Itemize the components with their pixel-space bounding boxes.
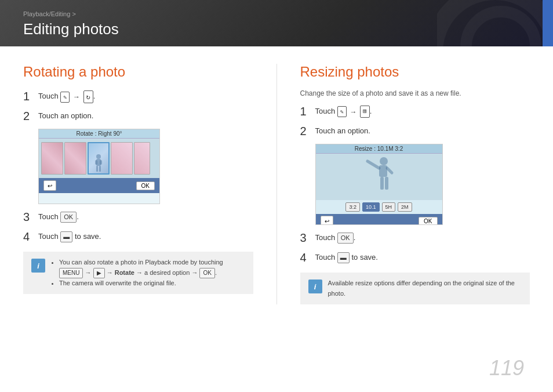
ok-inline-btn: OK: [60, 212, 77, 223]
step-4-text: Touch ▬ to save.: [38, 230, 101, 242]
thumb-4: [134, 142, 150, 175]
svg-rect-3: [100, 160, 102, 165]
thumb-selected: [88, 142, 110, 175]
resize-note-icon: i: [308, 280, 322, 293]
resize-step-3-text: Touch OK.: [315, 231, 356, 244]
resize-step-num-3: 3: [300, 231, 311, 245]
rotate-step-1: 1 Touch ✎ → ↻.: [23, 89, 253, 103]
svg-rect-7: [379, 165, 387, 177]
rotate-step-3: 3 Touch OK.: [23, 210, 253, 224]
resize-step-3: 3 Touch OK.: [300, 231, 530, 245]
menu-btn: MENU: [59, 268, 83, 278]
blue-tab-accent: [543, 0, 553, 46]
ok-btn-note: OK: [199, 268, 214, 278]
svg-line-9: [387, 168, 392, 173]
resize-opt-5h[interactable]: 5H: [382, 202, 396, 212]
svg-point-6: [380, 157, 388, 165]
resize-screen-body: [316, 154, 442, 200]
resize-step-1-text: Touch ✎ → ⊞.: [315, 104, 372, 118]
resize-step-1: 1 Touch ✎ → ⊞.: [300, 104, 530, 118]
resize-step-num-2: 2: [300, 124, 311, 138]
step-num-1: 1: [23, 89, 34, 103]
step-num-3: 3: [23, 210, 34, 224]
resize-opt-2m[interactable]: 2M: [398, 202, 412, 212]
step-num-4: 4: [23, 230, 34, 244]
silhouette-svg: [93, 153, 104, 173]
step-2-text: Touch an option.: [38, 109, 93, 122]
column-divider: [276, 64, 277, 304]
save-icon-inline: ▬: [60, 231, 72, 242]
resize-subtitle: Change the size of a photo and save it a…: [300, 89, 530, 97]
svg-rect-4: [96, 166, 98, 172]
rotate-camera-screen: Rotate : Right 90°: [38, 129, 160, 204]
page-header: Playback/Editing > Editing photos: [0, 0, 553, 46]
thumb-1: [41, 142, 63, 175]
svg-point-0: [96, 154, 101, 159]
note-text: You can also rotate a photo in Playback …: [51, 257, 245, 288]
page-title: Editing photos: [23, 20, 119, 38]
step-1-text: Touch ✎ → ↻.: [38, 89, 95, 103]
resize-step-num-4: 4: [300, 251, 311, 264]
main-content: Rotating a photo 1 Touch ✎ → ↻. 2 Touch …: [0, 46, 553, 316]
screen-bottom-bar: ↩ OK: [39, 178, 159, 193]
breadcrumb: Playback/Editing >: [23, 10, 76, 17]
thumbnail-row: [39, 139, 159, 178]
resize-section-title: Resizing photos: [300, 64, 530, 80]
resize-step-2-text: Touch an option.: [315, 124, 370, 137]
thumb-3: [111, 142, 133, 175]
rotate-section-title: Rotating a photo: [23, 64, 253, 80]
step-3-text: Touch OK.: [38, 210, 79, 223]
arrow-icon: →: [73, 92, 80, 102]
resize-step-num-1: 1: [300, 104, 311, 118]
resize-bottom-bar: ↩ OK: [316, 214, 442, 225]
resize-option-row: 3:2 10.1 5H 2M: [316, 200, 442, 214]
resize-back-btn[interactable]: ↩: [321, 216, 333, 225]
rotate-step-4: 4 Touch ▬ to save.: [23, 230, 253, 244]
screen-rotate-label: Rotate : Right 90°: [39, 129, 159, 139]
resize-camera-screen: Resize : 10.1M 3:2 3:2 10.1 5H 2: [315, 144, 443, 225]
resize-icon: ⊞: [360, 106, 370, 118]
svg-rect-5: [99, 166, 101, 172]
resize-screen-label: Resize : 10.1M 3:2: [316, 144, 442, 154]
page-number: 119: [489, 356, 524, 380]
resize-step-4-text: Touch ▬ to save.: [315, 251, 378, 263]
resize-opt-3-2[interactable]: 3:2: [345, 202, 360, 212]
edit-icon: ✎: [60, 92, 70, 103]
rotate-step-2: 2 Touch an option.: [23, 109, 253, 123]
step-num-2: 2: [23, 109, 34, 123]
note-icon: i: [31, 259, 45, 273]
thumb-2: [64, 142, 86, 175]
svg-rect-2: [95, 160, 97, 165]
resize-ok-inline: OK: [337, 233, 354, 244]
resize-save-icon: ▬: [337, 252, 350, 263]
play-btn: ▶: [93, 268, 105, 278]
left-section: Rotating a photo 1 Touch ✎ → ↻. 2 Touch …: [23, 64, 253, 304]
resize-step-2: 2 Touch an option.: [300, 124, 530, 138]
arrow-icon-2: →: [350, 107, 356, 117]
right-section: Resizing photos Change the size of a pho…: [300, 64, 530, 304]
resize-step-4: 4 Touch ▬ to save.: [300, 251, 530, 264]
rotate-note-box: i You can also rotate a photo in Playbac…: [23, 252, 253, 294]
resize-note-box: i Available resize options differ depend…: [300, 273, 530, 304]
resize-ok-btn[interactable]: OK: [419, 217, 437, 226]
svg-line-8: [368, 161, 379, 168]
back-button-screen[interactable]: ↩: [43, 180, 56, 191]
edit-icon-2: ✎: [337, 106, 347, 117]
resize-silhouette-svg: [362, 155, 396, 199]
ok-button-screen[interactable]: OK: [136, 182, 155, 190]
resize-opt-10m[interactable]: 10.1: [362, 202, 380, 212]
svg-rect-11: [385, 177, 388, 190]
resize-note-text: Available resize options differ dependin…: [328, 278, 522, 299]
rotate-icon: ↻: [83, 90, 93, 103]
header-decoration: [437, 0, 553, 46]
svg-rect-10: [380, 177, 384, 190]
